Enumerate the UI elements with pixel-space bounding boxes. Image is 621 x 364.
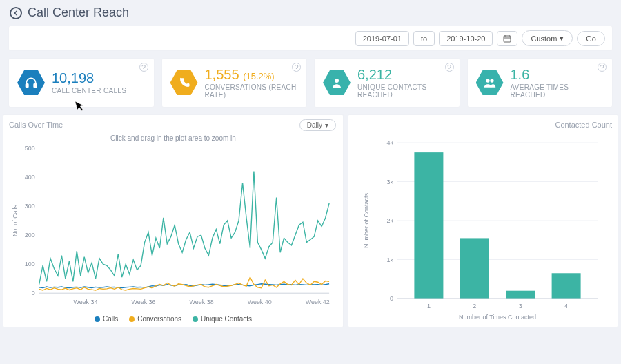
svg-text:Week 40: Week 40 — [248, 299, 272, 305]
date-to-input[interactable]: 2019-10-20 — [439, 31, 493, 46]
svg-rect-5 — [34, 84, 36, 88]
svg-text:0: 0 — [32, 290, 35, 296]
svg-point-7 — [486, 79, 489, 82]
kpi-label: AVERAGE TIMES REACHED — [511, 83, 604, 99]
kpi-label: CALL CENTER CALLS — [52, 87, 126, 94]
svg-text:Number of Contacts: Number of Contacts — [363, 192, 370, 248]
custom-range-button[interactable]: Custom ▾ — [522, 30, 573, 46]
kpi-unique-contacts: ? 6,212 UNIQUE CONTACTS REACHED — [314, 58, 460, 108]
kpi-value-number: 1,555 — [205, 67, 239, 82]
kpi-conversations: ? 1,555 (15.2%) CONVERSATIONS (REACH RAT… — [161, 58, 308, 108]
svg-text:Week 42: Week 42 — [306, 299, 330, 305]
kpi-label: UNIQUE CONTACTS REACHED — [357, 83, 451, 99]
phone-icon — [170, 69, 198, 97]
svg-rect-33 — [414, 152, 443, 299]
kpi-value: 10,198 — [52, 71, 126, 85]
svg-text:Week 34: Week 34 — [73, 299, 97, 305]
svg-text:Week 36: Week 36 — [132, 299, 156, 305]
svg-text:100: 100 — [25, 261, 35, 267]
chart-title: Calls Over Time — [9, 121, 337, 129]
custom-range-label: Custom — [531, 34, 557, 43]
calls-over-time-card: Calls Over Time Daily ▾ Click and drag i… — [3, 114, 344, 327]
svg-text:400: 400 — [25, 174, 35, 181]
calls-over-time-chart[interactable]: 0100200300400500No. of CallsWeek 34Week … — [9, 143, 337, 310]
svg-text:Week 38: Week 38 — [190, 299, 214, 305]
svg-rect-0 — [504, 36, 511, 42]
help-icon[interactable]: ? — [445, 63, 454, 72]
svg-text:2k: 2k — [386, 217, 393, 224]
help-icon[interactable]: ? — [139, 63, 148, 72]
svg-point-8 — [490, 79, 493, 82]
svg-text:1k: 1k — [386, 256, 393, 263]
chart-legend: Calls Conversations Unique Contacts — [9, 315, 337, 323]
kpi-value: 6,212 — [357, 68, 451, 81]
svg-text:Number of Times Contacted: Number of Times Contacted — [459, 314, 536, 321]
go-button[interactable]: Go — [577, 31, 605, 46]
svg-text:No. of Calls: No. of Calls — [12, 205, 19, 237]
svg-text:200: 200 — [25, 232, 35, 239]
help-icon[interactable]: ? — [292, 63, 301, 72]
svg-rect-4 — [26, 84, 28, 88]
legend-item-unique: Unique Contacts — [193, 315, 252, 323]
kpi-value: 1,555 (15.2%) — [205, 68, 299, 81]
contacted-count-card: Contacted Count 01k2k3k4kNumber of Conta… — [348, 114, 618, 327]
chevron-down-icon: ▾ — [325, 121, 328, 129]
chevron-down-icon: ▾ — [560, 34, 564, 43]
granularity-label: Daily — [307, 121, 322, 129]
person-icon — [323, 69, 351, 97]
legend-item-conversations: Conversations — [129, 315, 181, 323]
svg-rect-37 — [506, 291, 535, 299]
svg-text:500: 500 — [25, 145, 35, 152]
chart-title: Contacted Count — [354, 121, 612, 129]
date-from-input[interactable]: 2019-07-01 — [355, 31, 409, 46]
legend-item-calls: Calls — [95, 315, 118, 323]
back-icon[interactable] — [10, 7, 22, 19]
svg-text:2: 2 — [473, 303, 476, 310]
kpi-avg-times-reached: ? 1.6 AVERAGE TIMES REACHED — [467, 58, 613, 108]
help-icon[interactable]: ? — [598, 63, 607, 72]
svg-text:0: 0 — [390, 295, 393, 302]
kpi-label: CONVERSATIONS (REACH RATE) — [205, 83, 299, 99]
date-range-bar: 2019-07-01 to 2019-10-20 Custom ▾ Go — [8, 26, 613, 51]
svg-rect-35 — [460, 238, 489, 299]
page-title: Call Center Reach — [28, 6, 129, 20]
svg-rect-39 — [552, 273, 581, 299]
kpi-call-center-calls: ? 10,198 CALL CENTER CALLS — [8, 58, 155, 108]
kpi-value-pct: (15.2%) — [243, 71, 275, 81]
svg-text:3k: 3k — [386, 179, 393, 185]
svg-point-6 — [335, 79, 339, 83]
granularity-button[interactable]: Daily ▾ — [299, 119, 336, 131]
svg-text:3: 3 — [519, 303, 522, 310]
svg-text:300: 300 — [25, 203, 35, 210]
svg-text:4: 4 — [564, 303, 568, 310]
svg-text:4k: 4k — [386, 139, 393, 146]
calendar-icon[interactable] — [497, 31, 518, 46]
zoom-hint: Click and drag in the plot area to zoom … — [9, 134, 337, 142]
contacted-count-chart[interactable]: 01k2k3k4kNumber of Contacts1234Number of… — [354, 132, 612, 322]
kpi-value: 1.6 — [511, 68, 604, 81]
date-to-label: to — [413, 31, 435, 46]
headset-icon — [17, 69, 45, 97]
people-icon — [476, 69, 504, 97]
svg-text:1: 1 — [427, 303, 431, 310]
